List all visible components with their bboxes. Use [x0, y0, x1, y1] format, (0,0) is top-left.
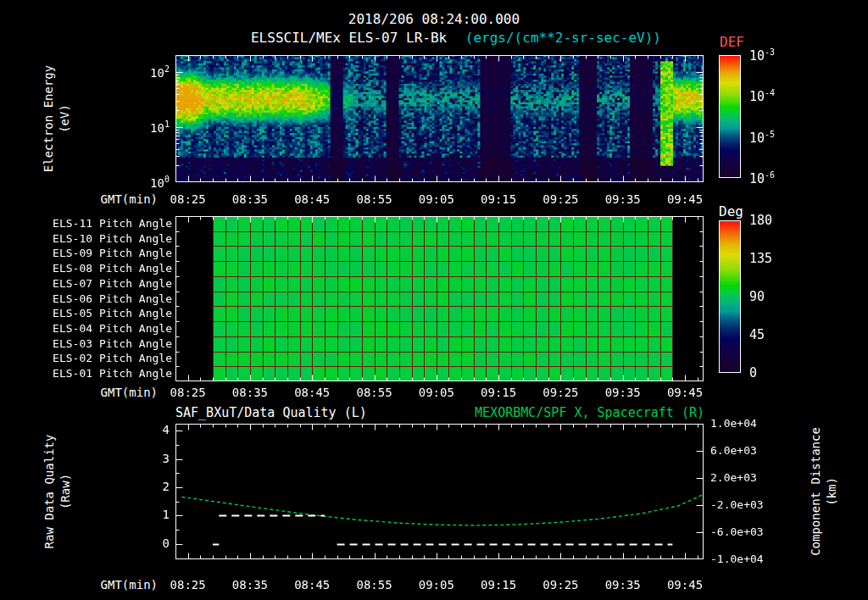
- x-tick-label: 09:15: [469, 386, 528, 399]
- quality-distance-canvas: [175, 424, 704, 559]
- units-label: (ergs/(cm**2-sr-sec-eV)): [465, 30, 661, 46]
- quality-tick-label: 4: [136, 423, 170, 436]
- def-colorbar-tick: 10-4: [749, 88, 804, 104]
- left-y-title-line1: Raw Data Quality: [42, 381, 58, 600]
- x-tick-label: 09:45: [655, 578, 715, 592]
- distance-tick-label: -1.0e+04: [710, 553, 771, 565]
- spectrogram-canvas: [175, 55, 704, 182]
- bottom-panel-left-title: SAF_BXuT/Data Quality (L): [175, 405, 367, 420]
- distance-tick-label: -6.0e+03: [710, 525, 771, 538]
- x-tick-label: 09:45: [655, 386, 715, 399]
- x-tick-label: 08:25: [159, 192, 218, 206]
- pitch-row-label: ELS-09 Pitch Angle: [45, 247, 172, 259]
- x-tick-label: 09:05: [407, 578, 466, 592]
- x-tick-label: 09:25: [531, 386, 590, 399]
- x-tick-label: 08:25: [159, 386, 218, 399]
- x-axis-title-panel3: GMT(min): [0, 578, 158, 592]
- pitch-row-label: ELS-06 Pitch Angle: [45, 292, 172, 305]
- pitch-row-label: ELS-05 Pitch Angle: [45, 307, 172, 319]
- pitch-row-label: ELS-01 Pitch Angle: [45, 367, 172, 380]
- pitch-row-label: ELS-04 Pitch Angle: [45, 322, 172, 335]
- x-tick-label: 09:05: [407, 386, 466, 399]
- pitch-row-label: ELS-08 Pitch Angle: [45, 262, 172, 275]
- right-y-title-line1: Component Distance: [808, 373, 824, 600]
- colorbar-def-label: DEF: [720, 34, 744, 50]
- x-tick-label: 08:25: [159, 578, 218, 592]
- bottom-right-y-axis-title: Component Distance (km): [808, 373, 840, 600]
- def-colorbar-tick: 10-6: [749, 170, 804, 186]
- x-axis-title-panel2: GMT(min): [0, 386, 158, 399]
- x-tick-label: 08:55: [345, 578, 404, 592]
- deg-colorbar-tick: 0: [749, 365, 804, 381]
- x-tick-label: 09:35: [593, 578, 653, 592]
- quality-tick-label: 3: [136, 452, 170, 465]
- deg-colorbar: [719, 220, 741, 373]
- x-tick-label: 08:35: [220, 386, 280, 399]
- x-axis-title-panel1: GMT(min): [0, 192, 158, 206]
- deg-colorbar-tick: 45: [749, 327, 804, 342]
- deg-colorbar-tick: 180: [749, 213, 804, 228]
- left-y-title-line2: (Raw): [58, 381, 74, 600]
- colorbar-deg-label: Deg: [719, 203, 743, 219]
- quality-tick-label: 1: [136, 508, 170, 521]
- energy-tick-label: 100: [125, 175, 170, 190]
- x-tick-label: 09:15: [469, 192, 528, 206]
- plot-timestamp: 2018/206 08:24:00.000: [0, 11, 868, 27]
- x-tick-label: 08:45: [282, 578, 342, 592]
- bottom-panel-right-title: MEXORBMC/SPF X, Spacecraft (R): [475, 405, 704, 420]
- deg-colorbar-tick: 90: [749, 289, 804, 304]
- x-tick-label: 09:05: [407, 192, 466, 206]
- x-tick-label: 08:55: [345, 386, 404, 399]
- x-tick-label: 08:45: [282, 386, 342, 399]
- instrument-title: ELSSCIL/MEx ELS-07 LR-Bk: [251, 30, 447, 46]
- bottom-left-y-axis-title: Raw Data Quality (Raw): [42, 381, 74, 600]
- distance-tick-label: -2.0e+03: [710, 498, 771, 511]
- x-tick-label: 09:25: [531, 578, 590, 592]
- x-tick-label: 09:15: [469, 578, 528, 592]
- pitch-row-label: ELS-03 Pitch Angle: [45, 337, 172, 350]
- energy-tick-label: 101: [125, 119, 170, 135]
- distance-tick-label: 6.0e+03: [710, 444, 771, 457]
- x-tick-label: 09:25: [531, 192, 590, 206]
- pitch-row-label: ELS-02 Pitch Angle: [45, 352, 172, 364]
- deg-colorbar-tick: 135: [749, 251, 804, 266]
- x-tick-label: 09:45: [655, 192, 715, 206]
- pitch-row-label: ELS-10 Pitch Angle: [45, 232, 172, 245]
- x-tick-label: 08:35: [220, 578, 280, 592]
- x-tick-label: 08:35: [220, 192, 280, 206]
- distance-tick-label: 2.0e+03: [710, 471, 771, 484]
- pitch-angle-canvas: [175, 216, 704, 381]
- def-colorbar-tick: 10-5: [749, 130, 804, 146]
- quality-tick-label: 2: [136, 480, 170, 493]
- energy-tick-label: 102: [125, 64, 170, 80]
- def-colorbar: [719, 55, 741, 178]
- right-y-title-line2: (km): [824, 373, 840, 600]
- def-colorbar-tick: 10-3: [749, 47, 804, 64]
- distance-tick-label: 1.0e+04: [710, 417, 771, 430]
- x-tick-label: 09:35: [593, 386, 653, 399]
- x-tick-label: 08:55: [345, 192, 404, 206]
- quality-tick-label: 0: [136, 536, 170, 550]
- x-tick-label: 09:35: [593, 192, 653, 206]
- x-tick-label: 08:45: [282, 192, 342, 206]
- pitch-row-label: ELS-07 Pitch Angle: [45, 277, 172, 290]
